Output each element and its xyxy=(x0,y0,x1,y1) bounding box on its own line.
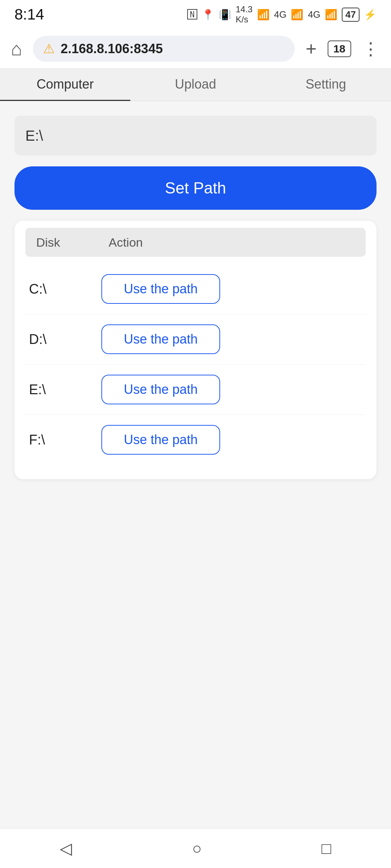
location-icon: 📍 xyxy=(202,9,214,21)
vibrate-icon: 📳 xyxy=(219,9,231,21)
battery-indicator: 47 xyxy=(342,8,360,22)
nfc-icon: 🄽 xyxy=(187,9,197,21)
back-nav-icon[interactable]: ◁ xyxy=(60,839,72,858)
path-input-box[interactable]: E:\ xyxy=(14,116,377,156)
use-path-button-0[interactable]: Use the path xyxy=(101,274,220,304)
use-path-button-label-3: Use the path xyxy=(124,432,198,447)
warning-icon: ⚠ xyxy=(43,41,55,56)
table-row: F:\ Use the path xyxy=(25,415,366,465)
main-content: E:\ Set Path Disk Action C:\ Use the pat… xyxy=(0,101,391,828)
browser-menu-icon[interactable]: ⋮ xyxy=(362,39,380,59)
tab-upload[interactable]: Upload xyxy=(130,69,261,101)
tab-computer[interactable]: Computer xyxy=(0,69,130,101)
disk-name: C:\ xyxy=(29,281,101,297)
data-speed-icon: 14.3K/s xyxy=(236,4,253,25)
browser-url-box[interactable]: ⚠ 2.168.8.106:8345 xyxy=(33,36,295,62)
set-path-button[interactable]: Set Path xyxy=(14,166,377,210)
disk-table-header: Disk Action xyxy=(25,228,366,257)
disk-name: F:\ xyxy=(29,432,101,448)
table-row: D:\ Use the path xyxy=(25,314,366,365)
tabs-count-box[interactable]: 18 xyxy=(328,41,351,57)
disk-rows-container: C:\ Use the path D:\ Use the path E:\ Us… xyxy=(25,264,366,465)
table-row: E:\ Use the path xyxy=(25,365,366,415)
disk-card: Disk Action C:\ Use the path D:\ Use the… xyxy=(14,221,377,479)
disk-name: D:\ xyxy=(29,332,101,347)
col-action-label: Action xyxy=(109,235,143,250)
use-path-button-2[interactable]: Use the path xyxy=(101,375,220,404)
use-path-button-3[interactable]: Use the path xyxy=(101,425,220,455)
use-path-button-label-1: Use the path xyxy=(124,332,198,346)
status-time: 8:14 xyxy=(14,6,44,23)
signal2-icon: 📶 xyxy=(325,9,337,21)
browser-home-icon[interactable]: ⌂ xyxy=(11,38,22,60)
tab-setting[interactable]: Setting xyxy=(261,69,391,101)
status-bar: 8:14 🄽 📍 📳 14.3K/s 📶 4G 📶 4G 📶 47 ⚡ xyxy=(0,0,391,29)
use-path-button-label-0: Use the path xyxy=(124,281,198,296)
4g-icon: 4G xyxy=(274,9,287,20)
status-icons: 🄽 📍 📳 14.3K/s 📶 4G 📶 4G 📶 47 ⚡ xyxy=(187,4,377,25)
recents-nav-icon[interactable]: □ xyxy=(321,839,331,858)
4g2-icon: 4G xyxy=(308,9,320,20)
tab-nav: Computer Upload Setting xyxy=(0,69,391,101)
bottom-nav: ◁ ○ □ xyxy=(0,828,391,868)
wifi-icon: 📶 xyxy=(257,9,270,21)
use-path-button-label-2: Use the path xyxy=(124,382,198,397)
path-input-value[interactable]: E:\ xyxy=(25,128,43,144)
browser-bar: ⌂ ⚠ 2.168.8.106:8345 + 18 ⋮ xyxy=(0,29,391,69)
signal-icon: 📶 xyxy=(291,9,303,21)
use-path-button-1[interactable]: Use the path xyxy=(101,324,220,354)
col-disk-label: Disk xyxy=(36,235,109,250)
set-path-button-label: Set Path xyxy=(165,179,226,197)
add-tab-icon[interactable]: + xyxy=(306,38,316,60)
browser-url-text: 2.168.8.106:8345 xyxy=(60,41,163,56)
home-nav-icon[interactable]: ○ xyxy=(192,839,202,858)
disk-name: E:\ xyxy=(29,382,101,397)
charging-icon: ⚡ xyxy=(364,9,377,21)
table-row: C:\ Use the path xyxy=(25,264,366,314)
